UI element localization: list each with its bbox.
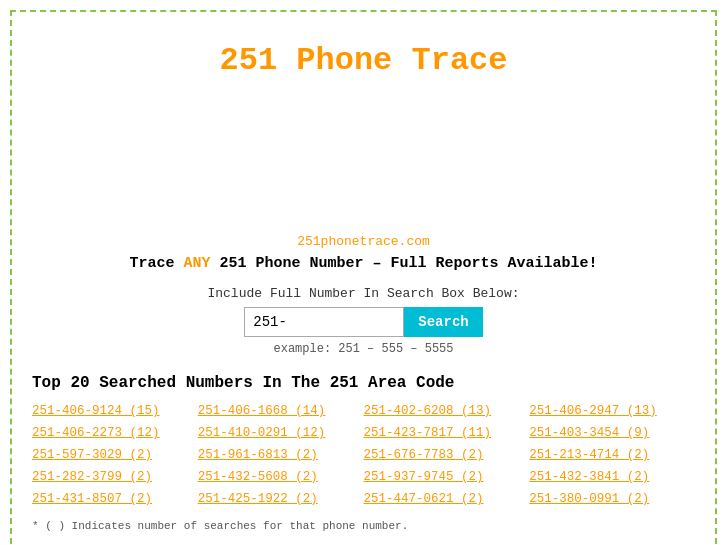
page-title: 251 Phone Trace: [32, 22, 695, 94]
search-button[interactable]: Search: [404, 307, 482, 337]
list-item[interactable]: 251-402-6208 (13): [364, 402, 530, 420]
search-example: example: 251 – 555 – 5555: [32, 342, 695, 356]
list-item[interactable]: 251-597-3029 (2): [32, 446, 198, 464]
site-url: 251phonetrace.com: [32, 234, 695, 249]
search-input[interactable]: [244, 307, 404, 337]
list-item[interactable]: 251-410-0291 (12): [198, 424, 364, 442]
list-item[interactable]: 251-937-9745 (2): [364, 468, 530, 486]
list-item[interactable]: 251-403-3454 (9): [529, 424, 695, 442]
search-label: Include Full Number In Search Box Below:: [32, 286, 695, 301]
tagline-prefix: Trace: [129, 255, 183, 272]
list-item[interactable]: 251-431-8507 (2): [32, 490, 198, 508]
search-section: Include Full Number In Search Box Below:…: [32, 286, 695, 356]
list-item[interactable]: 251-425-1922 (2): [198, 490, 364, 508]
list-item[interactable]: 251-406-2947 (13): [529, 402, 695, 420]
top-numbers-title: Top 20 Searched Numbers In The 251 Area …: [32, 374, 695, 392]
footnote: * ( ) Indicates number of searches for t…: [32, 520, 695, 532]
list-item[interactable]: 251-406-2273 (12): [32, 424, 198, 442]
list-item[interactable]: 251-282-3799 (2): [32, 468, 198, 486]
list-item[interactable]: 251-447-0621 (2): [364, 490, 530, 508]
list-item[interactable]: 251-380-0991 (2): [529, 490, 695, 508]
numbers-grid: 251-406-9124 (15)251-406-1668 (14)251-40…: [32, 402, 695, 508]
list-item[interactable]: 251-423-7817 (11): [364, 424, 530, 442]
page-container: 251 Phone Trace 251phonetrace.com Trace …: [10, 10, 717, 545]
list-item[interactable]: 251-432-5608 (2): [198, 468, 364, 486]
tagline: Trace ANY 251 Phone Number – Full Report…: [32, 255, 695, 272]
ad-space: [32, 94, 695, 174]
list-item[interactable]: 251-406-1668 (14): [198, 402, 364, 420]
list-item[interactable]: 251-676-7783 (2): [364, 446, 530, 464]
tagline-suffix: 251 Phone Number – Full Reports Availabl…: [210, 255, 597, 272]
tagline-highlight: ANY: [183, 255, 210, 272]
list-item[interactable]: 251-406-9124 (15): [32, 402, 198, 420]
list-item[interactable]: 251-961-6813 (2): [198, 446, 364, 464]
list-item[interactable]: 251-432-3841 (2): [529, 468, 695, 486]
list-item[interactable]: 251-213-4714 (2): [529, 446, 695, 464]
search-row: Search: [32, 307, 695, 337]
